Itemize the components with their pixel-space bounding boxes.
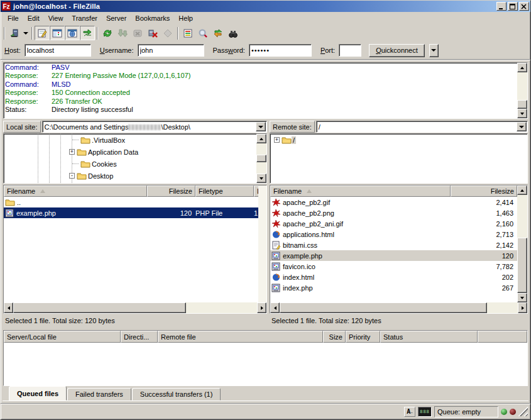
resize-grip[interactable] [518, 407, 528, 416]
quickconnect-button[interactable]: Quickconnect [369, 44, 425, 57]
menu-server[interactable]: Server [102, 13, 131, 23]
transfer-type-ascii-icon[interactable]: A.. [404, 407, 415, 417]
file-row-selected[interactable]: example.php 120 PHP File 1 [4, 207, 258, 218]
file-row[interactable]: favicon.ico 7,782 [270, 261, 517, 272]
php-file-icon [271, 251, 281, 260]
file-row[interactable]: apache_pb2_ani.gif 2,160 [270, 218, 517, 229]
expand-icon[interactable]: + [274, 137, 280, 143]
file-row[interactable]: apache_pb2.gif 2,414 [270, 197, 517, 207]
scroll-up-button[interactable] [256, 134, 266, 143]
file-row[interactable]: applications.html 2,713 [270, 229, 517, 240]
scroll-down-button[interactable] [517, 109, 527, 118]
menu-bookmarks[interactable]: Bookmarks [131, 13, 174, 23]
file-row-parent-dir[interactable]: .. [4, 197, 258, 207]
expand-icon[interactable]: + [69, 149, 75, 155]
refresh-button[interactable] [100, 26, 115, 40]
scroll-up-button[interactable] [517, 185, 527, 195]
file-row[interactable]: index.php 267 [270, 282, 517, 293]
tab-failed-transfers[interactable]: Failed transfers [67, 388, 131, 401]
scroll-track[interactable] [517, 72, 527, 100]
directory-comparison-button[interactable] [195, 26, 211, 40]
menu-edit[interactable]: Edit [23, 13, 44, 23]
disconnect-button[interactable] [145, 26, 160, 40]
scroll-thumb[interactable] [280, 302, 487, 313]
scroll-down-button[interactable] [256, 174, 266, 183]
column-header-filesize[interactable]: Filesize [451, 185, 517, 197]
tree-item[interactable]: Cookies [4, 158, 256, 170]
file-row[interactable]: bitnami.css 2,142 [270, 240, 517, 250]
scroll-thumb[interactable] [517, 238, 527, 293]
local-site-combobox[interactable]: C:\Documents and Settings\Desktop\ [42, 121, 267, 133]
local-list-scrollbar[interactable] [258, 185, 266, 302]
toggle-local-tree-button[interactable] [50, 26, 65, 40]
column-header-direction[interactable]: Directi... [121, 331, 158, 343]
file-row[interactable]: index.html 202 [270, 272, 517, 282]
column-header-priority[interactable]: Priority [346, 331, 380, 343]
scroll-up-button[interactable] [517, 63, 527, 72]
local-tree-scrollbar[interactable] [256, 134, 266, 183]
toggle-transfer-queue-button[interactable] [80, 26, 95, 40]
local-horizontal-scrollbar[interactable] [4, 302, 266, 313]
remote-site-combobox[interactable]: / [316, 121, 528, 133]
scroll-right-button[interactable] [518, 302, 527, 313]
maximize-button[interactable] [508, 2, 518, 11]
tree-item[interactable]: + Application Data [4, 146, 256, 158]
remote-path-dropdown[interactable] [517, 122, 527, 131]
column-header-server-local-file[interactable]: Server/Local file [4, 331, 121, 343]
close-button[interactable] [519, 2, 529, 11]
tree-item[interactable]: - Desktop [4, 170, 256, 182]
queue-body[interactable] [4, 343, 527, 385]
tree-item[interactable]: .VirtualBox [4, 134, 256, 146]
menu-view[interactable]: View [44, 13, 68, 23]
menu-help[interactable]: Help [174, 13, 197, 23]
remote-list-scrollbar[interactable] [517, 185, 527, 302]
scroll-track[interactable] [256, 162, 266, 174]
local-path-dropdown[interactable] [256, 122, 266, 131]
minimize-button[interactable] [496, 2, 506, 11]
scroll-left-button[interactable] [4, 302, 13, 313]
menu-transfer[interactable]: Transfer [67, 13, 102, 23]
menu-file[interactable]: File [3, 13, 23, 23]
password-input[interactable] [249, 44, 312, 57]
reconnect-button[interactable] [160, 26, 175, 40]
tab-queued-files[interactable]: Queued files [9, 386, 67, 401]
log-vertical-scrollbar[interactable] [517, 63, 527, 118]
column-header-filetype[interactable]: Filetype [195, 185, 254, 197]
file-row[interactable]: apache_pb2.png 1,463 [270, 207, 517, 218]
directory-listing-filters-button[interactable] [180, 26, 195, 40]
quickconnect-dropdown[interactable] [429, 44, 439, 57]
host-input[interactable] [25, 44, 91, 57]
site-manager-dropdown[interactable] [22, 26, 30, 40]
scroll-left-button[interactable] [270, 302, 280, 313]
toggle-message-log-button[interactable] [35, 26, 50, 40]
scroll-track[interactable] [517, 195, 527, 238]
scroll-track[interactable] [487, 302, 518, 313]
file-row-selected[interactable]: example.php 120 [270, 250, 517, 261]
column-header-size[interactable]: Size [323, 331, 346, 343]
column-header-status[interactable]: Status [380, 331, 478, 343]
site-manager-button[interactable] [7, 26, 22, 40]
username-input[interactable] [138, 44, 204, 57]
cancel-operation-button[interactable] [130, 26, 145, 40]
column-header-filename[interactable]: Filename [4, 185, 147, 197]
collapse-icon[interactable]: - [69, 173, 75, 179]
column-header-remote-file[interactable]: Remote file [158, 331, 323, 343]
scroll-thumb[interactable] [13, 302, 186, 313]
process-queue-button[interactable] [115, 26, 130, 40]
scroll-thumb[interactable] [256, 155, 266, 162]
scroll-right-button[interactable] [257, 302, 266, 313]
tab-successful-transfers[interactable]: Successful transfers (1) [132, 388, 221, 401]
toggle-remote-tree-button[interactable] [65, 26, 80, 40]
scroll-down-button[interactable] [517, 293, 527, 302]
scroll-thumb[interactable] [517, 100, 527, 109]
scroll-track[interactable] [186, 302, 257, 313]
find-files-button[interactable] [226, 26, 241, 40]
column-header-filename[interactable]: Filename [270, 185, 451, 197]
synchronized-browsing-button[interactable] [211, 26, 226, 40]
speed-limits-icon[interactable]: 888 [418, 407, 432, 417]
scroll-track[interactable] [256, 143, 266, 155]
column-header-filesize[interactable]: Filesize [147, 185, 195, 197]
port-input[interactable] [339, 44, 361, 57]
remote-horizontal-scrollbar[interactable] [270, 302, 527, 313]
tree-item[interactable]: + / [270, 134, 527, 146]
